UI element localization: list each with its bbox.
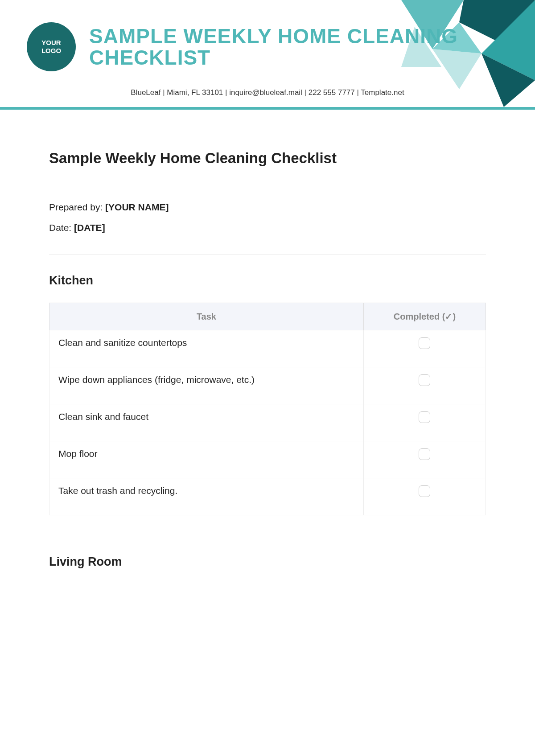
task-cell: Take out trash and recycling. [49, 478, 364, 515]
completed-cell [363, 478, 486, 515]
contact-line: BlueLeaf | Miami, FL 33101 | inquire@blu… [0, 88, 535, 107]
prepared-by-row: Prepared by: [YOUR NAME] [49, 202, 486, 213]
task-cell: Mop floor [49, 441, 364, 478]
task-checkbox[interactable] [419, 485, 430, 497]
section-title: Kitchen [49, 274, 486, 288]
task-cell: Wipe down appliances (fridge, microwave,… [49, 367, 364, 404]
document-title: Sample Weekly Home Cleaning Checklist [49, 150, 486, 167]
prepared-by-value: [YOUR NAME] [105, 202, 169, 212]
table-row: Take out trash and recycling. [49, 478, 486, 515]
task-checkbox[interactable] [419, 337, 430, 349]
divider [49, 536, 486, 536]
task-checkbox[interactable] [419, 411, 430, 423]
task-cell: Clean and sanitize countertops [49, 330, 364, 367]
date-row: Date: [DATE] [49, 222, 486, 233]
completed-cell [363, 441, 486, 478]
logo-placeholder: YOUR LOGO [27, 22, 76, 71]
divider [49, 255, 486, 255]
completed-cell [363, 330, 486, 367]
table-row: Wipe down appliances (fridge, microwave,… [49, 367, 486, 404]
completed-cell [363, 367, 486, 404]
date-value: [DATE] [74, 222, 105, 233]
task-checkbox[interactable] [419, 374, 430, 386]
column-header-task: Task [49, 303, 364, 330]
table-row: Mop floor [49, 441, 486, 478]
completed-cell [363, 404, 486, 441]
divider [49, 183, 486, 183]
header: YOUR LOGO SAMPLE WEEKLY HOME CLEANING CH… [0, 0, 535, 80]
header-title: SAMPLE WEEKLY HOME CLEANING CHECKLIST [89, 25, 508, 69]
task-cell: Clean sink and faucet [49, 404, 364, 441]
date-label: Date: [49, 222, 74, 233]
logo-line1: YOUR [41, 39, 61, 47]
task-checkbox[interactable] [419, 448, 430, 460]
section-title: Living Room [49, 555, 486, 569]
column-header-completed: Completed (✓) [363, 303, 486, 330]
prepared-by-label: Prepared by: [49, 202, 105, 212]
logo-line2: LOGO [41, 47, 61, 55]
table-row: Clean and sanitize countertops [49, 330, 486, 367]
table-row: Clean sink and faucet [49, 404, 486, 441]
document-content: Sample Weekly Home Cleaning Checklist Pr… [0, 110, 535, 569]
checklist-table: TaskCompleted (✓)Clean and sanitize coun… [49, 303, 486, 515]
